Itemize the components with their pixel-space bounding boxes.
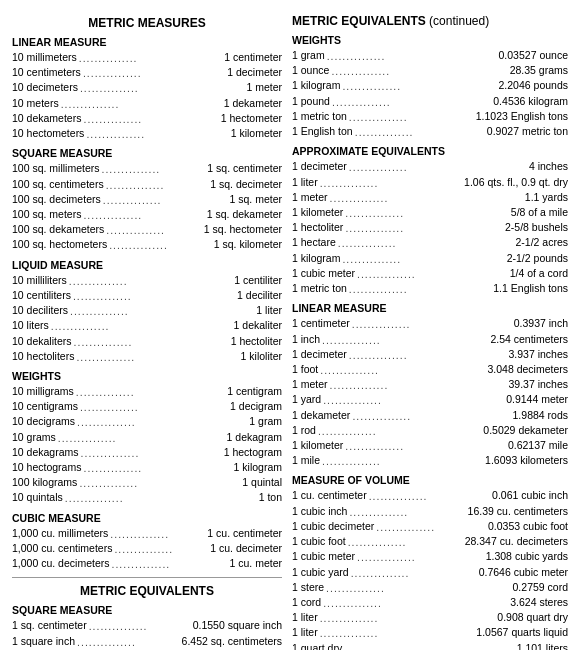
table-row: 10 centigrams ............... 1 decigram bbox=[12, 399, 282, 414]
left-linear-section: 10 millimeters ............... 1 centime… bbox=[12, 50, 282, 141]
table-row: 1 kilometer ............... 5/8 of a mil… bbox=[292, 205, 568, 220]
table-row: 1 hectoliter ............... 2-5/8 bushe… bbox=[292, 220, 568, 235]
table-row: 1 decimeter ............... 3.937 inches bbox=[292, 347, 568, 362]
right-approx-title: APPROXIMATE EQUIVALENTS bbox=[292, 145, 568, 157]
table-row: 1 foot ............... 3.048 decimeters bbox=[292, 362, 568, 377]
left-liquid-section: 10 milliliters ............... 1 centili… bbox=[12, 273, 282, 364]
right-approx-section: 1 decimeter ............... 4 inches 1 l… bbox=[292, 159, 568, 296]
table-row: 1 cubic decimeter ............... 0.0353… bbox=[292, 519, 568, 534]
right-volume-section: 1 cu. centimeter ............... 0.061 c… bbox=[292, 488, 568, 650]
table-row: 1 rod ............... 0.5029 dekameter bbox=[292, 423, 568, 438]
table-row: 1 cubic yard ............... 0.7646 cubi… bbox=[292, 565, 568, 580]
table-row: 100 sq. millimeters ............... 1 sq… bbox=[12, 161, 282, 176]
table-row: 1 sq. centimeter ............... 0.1550 … bbox=[12, 618, 282, 633]
table-row: 1 cord ............... 3.624 steres bbox=[292, 595, 568, 610]
table-row: 10 centimeters ............... 1 decimet… bbox=[12, 65, 282, 80]
table-row: 1 gram ............... 0.03527 ounce bbox=[292, 48, 568, 63]
table-row: 10 hectograms ............... 1 kilogram bbox=[12, 460, 282, 475]
table-row: 1 English ton ............... 0.9027 met… bbox=[292, 124, 568, 139]
right-linear-section: 1 centimeter ............... 0.3937 inch… bbox=[292, 316, 568, 468]
table-row: 1 dekameter ............... 1.9884 rods bbox=[292, 408, 568, 423]
table-row: 1 ounce ............... 28.35 grams bbox=[292, 63, 568, 78]
table-row: 1 liter ............... 0.908 quart dry bbox=[292, 610, 568, 625]
table-row: 1 stere ............... 0.2759 cord bbox=[292, 580, 568, 595]
table-row: 1,000 cu. millimeters ............... 1 … bbox=[12, 526, 282, 541]
table-row: 1 cu. centimeter ............... 0.061 c… bbox=[292, 488, 568, 503]
table-row: 1 decimeter ............... 4 inches bbox=[292, 159, 568, 174]
table-row: 100 kilograms ............... 1 quintal bbox=[12, 475, 282, 490]
right-volume-title: MEASURE OF VOLUME bbox=[292, 474, 568, 486]
right-linear-title: LINEAR MEASURE bbox=[292, 302, 568, 314]
divider-left bbox=[12, 577, 282, 578]
table-row: 1 metric ton ............... 1.1 English… bbox=[292, 281, 568, 296]
left-bottom-title: METRIC EQUIVALENTS bbox=[12, 584, 282, 598]
table-row: 1,000 cu. decimeters ............... 1 c… bbox=[12, 556, 282, 571]
left-square-title: SQUARE MEASURE bbox=[12, 147, 282, 159]
table-row: 10 dekaliters ............... 1 hectolit… bbox=[12, 334, 282, 349]
left-linear-title: LINEAR MEASURE bbox=[12, 36, 282, 48]
table-row: 1 inch ............... 2.54 centimeters bbox=[292, 332, 568, 347]
right-main-title: METRIC EQUIVALENTS (continued) bbox=[292, 14, 568, 28]
left-square-section: 100 sq. millimeters ............... 1 sq… bbox=[12, 161, 282, 252]
right-column: METRIC EQUIVALENTS (continued) WEIGHTS 1… bbox=[292, 10, 568, 650]
table-row: 1 liter ............... 1.06 qts. fl., 0… bbox=[292, 175, 568, 190]
table-row: 1 cubic meter ............... 1.308 cubi… bbox=[292, 549, 568, 564]
left-cubic-title: CUBIC MEASURE bbox=[12, 512, 282, 524]
table-row: 1 mile ............... 1.6093 kilometers bbox=[292, 453, 568, 468]
right-weights-title: WEIGHTS bbox=[292, 34, 568, 46]
table-row: 100 sq. hectometers ............... 1 sq… bbox=[12, 237, 282, 252]
table-row: 10 decigrams ............... 1 gram bbox=[12, 414, 282, 429]
table-row: 1 liter ............... 1.0567 quarts li… bbox=[292, 625, 568, 640]
table-row: 10 hectoliters ............... 1 kilolit… bbox=[12, 349, 282, 364]
left-column: METRIC MEASURES LINEAR MEASURE 10 millim… bbox=[12, 10, 282, 650]
table-row: 10 decimeters ............... 1 meter bbox=[12, 80, 282, 95]
table-row: 1 centimeter ............... 0.3937 inch bbox=[292, 316, 568, 331]
table-row: 1 cubic foot ............... 28.347 cu. … bbox=[292, 534, 568, 549]
table-row: 1 kilogram ............... 2-1/2 pounds bbox=[292, 251, 568, 266]
table-row: 10 hectometers ............... 1 kilomet… bbox=[12, 126, 282, 141]
table-row: 10 liters ............... 1 dekaliter bbox=[12, 318, 282, 333]
left-bottom-section: 1 sq. centimeter ............... 0.1550 … bbox=[12, 618, 282, 650]
table-row: 10 grams ............... 1 dekagram bbox=[12, 430, 282, 445]
table-row: 10 milligrams ............... 1 centigra… bbox=[12, 384, 282, 399]
left-main-title: METRIC MEASURES bbox=[12, 16, 282, 30]
table-row: 1,000 cu. centimeters ............... 1 … bbox=[12, 541, 282, 556]
table-row: 1 hectare ............... 2-1/2 acres bbox=[292, 235, 568, 250]
table-row: 1 pound ............... 0.4536 kilogram bbox=[292, 94, 568, 109]
table-row: 10 meters ............... 1 dekameter bbox=[12, 96, 282, 111]
table-row: 10 quintals ............... 1 ton bbox=[12, 490, 282, 505]
table-row: 1 meter ............... 39.37 inches bbox=[292, 377, 568, 392]
table-row: 1 square inch ............... 6.452 sq. … bbox=[12, 634, 282, 649]
table-row: 1 cubic meter ............... 1/4 of a c… bbox=[292, 266, 568, 281]
table-row: 1 kilometer ............... 0.62137 mile bbox=[292, 438, 568, 453]
table-row: 10 deciliters ............... 1 liter bbox=[12, 303, 282, 318]
table-row: 1 yard ............... 0.9144 meter bbox=[292, 392, 568, 407]
right-weights-section: 1 gram ............... 0.03527 ounce 1 o… bbox=[292, 48, 568, 139]
table-row: 1 kilogram ............... 2.2046 pounds bbox=[292, 78, 568, 93]
table-row: 1 quart dry ............... 1.101 liters bbox=[292, 641, 568, 650]
table-row: 100 sq. dekameters ............... 1 sq.… bbox=[12, 222, 282, 237]
table-row: 1 cubic inch ............... 16.39 cu. c… bbox=[292, 504, 568, 519]
table-row: 10 centiliters ............... 1 decilit… bbox=[12, 288, 282, 303]
table-row: 10 milliliters ............... 1 centili… bbox=[12, 273, 282, 288]
left-liquid-title: LIQUID MEASURE bbox=[12, 259, 282, 271]
left-cubic-section: 1,000 cu. millimeters ............... 1 … bbox=[12, 526, 282, 572]
left-weights-section: 10 milligrams ............... 1 centigra… bbox=[12, 384, 282, 506]
table-row: 10 dekameters ............... 1 hectomet… bbox=[12, 111, 282, 126]
table-row: 10 dekagrams ............... 1 hectogram bbox=[12, 445, 282, 460]
table-row: 100 sq. centimeters ............... 1 sq… bbox=[12, 177, 282, 192]
left-bottom-square-title: SQUARE MEASURE bbox=[12, 604, 282, 616]
table-row: 10 millimeters ............... 1 centime… bbox=[12, 50, 282, 65]
table-row: 100 sq. meters ............... 1 sq. dek… bbox=[12, 207, 282, 222]
table-row: 1 metric ton ............... 1.1023 Engl… bbox=[292, 109, 568, 124]
left-weights-title: WEIGHTS bbox=[12, 370, 282, 382]
table-row: 100 sq. decimeters ............... 1 sq.… bbox=[12, 192, 282, 207]
table-row: 1 meter ............... 1.1 yards bbox=[292, 190, 568, 205]
